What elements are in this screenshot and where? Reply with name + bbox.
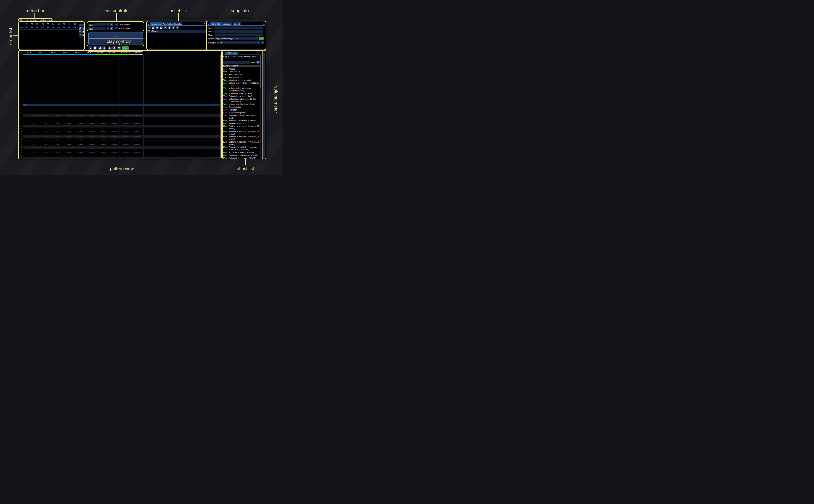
order-column-header[interactable]: F1	[24, 23, 29, 26]
effect-row[interactable]: 00xyArpeggio	[223, 68, 260, 70]
pattern-cell[interactable]: ···········	[84, 155, 95, 156]
pattern-cell[interactable]: ···········	[47, 118, 59, 119]
pattern-cell[interactable]: ···········	[84, 107, 95, 109]
effect-row[interactable]: 1AxxSet attack of operator 1 (0 to 1F)	[223, 157, 260, 159]
effect-row[interactable]: 17xxToggle PCM mode (LEGACY)	[223, 151, 260, 154]
menu-item-settings[interactable]: settings	[30, 19, 37, 22]
pattern-cell[interactable]: ···········	[96, 120, 107, 122]
pattern-cell[interactable]: ···········	[84, 125, 95, 127]
double-chevron-down-button[interactable]	[82, 30, 85, 33]
pattern-cell[interactable]: ···········	[71, 104, 83, 106]
pattern-cell[interactable]: ···········	[71, 147, 83, 148]
order-column-header[interactable]: NO	[72, 23, 77, 26]
pattern-cell[interactable]: ···········	[120, 110, 131, 111]
pattern-cell[interactable]: ···········	[60, 147, 71, 148]
pattern-cell[interactable]: ···········	[108, 144, 119, 145]
pattern-row[interactable]: 5·······································…	[19, 117, 220, 120]
pattern-cell[interactable]: ···········	[35, 149, 47, 151]
pattern-cell[interactable]: ···········	[35, 118, 47, 119]
pattern-row[interactable]: 8·······································…	[19, 125, 220, 127]
order-cell[interactable]: 00	[50, 26, 56, 29]
minus-button[interactable]: −	[82, 24, 85, 27]
pattern-cell[interactable]: ···········	[108, 118, 119, 119]
pattern-cell[interactable]: ···········	[35, 139, 47, 140]
pattern-cell[interactable]: ···········	[108, 131, 119, 132]
effect-scrollbar-thumb[interactable]	[260, 55, 261, 88]
tab-subsongs[interactable]: Subsongs	[222, 22, 232, 25]
pattern-cell[interactable]: ···········	[35, 133, 47, 135]
pattern-cell[interactable]: ···········	[96, 152, 107, 153]
order-column-header[interactable]: F4	[40, 23, 45, 26]
pattern-cell[interactable]: ···········	[35, 128, 47, 130]
pattern-cell[interactable]: ···········	[96, 144, 107, 145]
pattern-row[interactable]: 13······································…	[19, 138, 220, 141]
pattern-cell[interactable]: ···········	[132, 128, 143, 130]
pattern-cell[interactable]: ···········	[60, 155, 71, 156]
pattern-row[interactable]: 3·······································…	[19, 112, 220, 114]
effect-row[interactable]: 0CxxRetrigger	[223, 109, 260, 111]
pattern-cell[interactable]: ···········	[84, 139, 95, 140]
pattern-row[interactable]: 15······································…	[19, 143, 220, 146]
pattern-cell[interactable]: ···········	[23, 144, 35, 145]
order-cell[interactable]: 00	[61, 26, 67, 29]
pattern-cell[interactable]: ···········	[120, 144, 131, 145]
pattern-cell[interactable]: ···········	[132, 125, 143, 127]
pattern-cell[interactable]: ···········	[84, 136, 95, 137]
pattern-cell[interactable]: ···········	[120, 131, 131, 132]
effect-row[interactable]: 12xxSet level of operator 1 (0 highest, …	[223, 125, 260, 130]
pattern-cell[interactable]: ···········	[71, 157, 83, 159]
pattern-row[interactable]: 10······································…	[19, 130, 220, 133]
save-button[interactable]	[160, 26, 163, 29]
pattern-cell[interactable]: ···········	[96, 128, 107, 130]
record-button[interactable]	[108, 46, 111, 50]
pattern-cell[interactable]: ···········	[120, 120, 131, 122]
pattern-cell[interactable]: ···········	[71, 131, 83, 132]
pattern-cell[interactable]: ···········	[108, 136, 119, 137]
pattern-cell[interactable]: ···········	[60, 123, 71, 124]
pattern-cell[interactable]: ···········	[35, 115, 47, 116]
pattern-row[interactable]: 12······································…	[19, 135, 220, 138]
pattern-row[interactable]: 17······································…	[19, 149, 220, 151]
channel-header-square-1[interactable]: Square 1	[95, 52, 107, 54]
pattern-cell[interactable]: ···········	[47, 125, 59, 127]
follow-orders-checkbox[interactable]: ✓	[115, 23, 118, 26]
pattern-cell[interactable]: ···········	[132, 104, 143, 106]
pattern-cell[interactable]: ···········	[120, 128, 131, 130]
pattern-cell[interactable]: ···········	[71, 123, 83, 124]
pattern-cell[interactable]: ···········	[132, 136, 143, 137]
pattern-scrollbar[interactable]	[220, 55, 221, 158]
menu-item-window[interactable]: window	[40, 19, 46, 22]
channel-header-fm-3[interactable]: FM 3	[47, 52, 59, 54]
pattern-cell[interactable]: ···········	[23, 152, 35, 153]
pattern-row[interactable]: 2·······································…	[19, 109, 220, 112]
pattern-cell[interactable]: ···········	[71, 155, 83, 156]
tab-effect-list[interactable]: Effect List	[225, 52, 238, 55]
order-column-header[interactable]: S1	[56, 23, 61, 26]
pattern-row[interactable]: 6·······································…	[19, 120, 220, 122]
pattern-cell[interactable]: ···········	[120, 152, 131, 153]
pattern-cell[interactable]: ···········	[23, 136, 35, 137]
tab-song-info[interactable]: Song Info	[210, 22, 221, 25]
close-icon[interactable]: X	[204, 22, 205, 25]
pattern-cell[interactable]: ···········	[84, 118, 95, 119]
pattern-cell[interactable]: ···········	[60, 144, 71, 145]
asset-selected-row[interactable]: - None -	[147, 30, 206, 33]
pattern-cell[interactable]: ···········	[60, 136, 71, 137]
pattern-cell[interactable]: ···········	[108, 147, 119, 148]
effect-row[interactable]: 07xyTremolo (x: speed; y: depth)	[223, 92, 260, 95]
pattern-rows[interactable]: 0·······································…	[19, 104, 220, 159]
tuning-plus-button[interactable]: +	[261, 41, 263, 44]
pattern-cell[interactable]: ···········	[60, 152, 71, 153]
pattern-cell[interactable]: ···········	[96, 141, 107, 143]
pattern-cell[interactable]: ···········	[132, 155, 143, 156]
pattern-cell[interactable]: ···········	[108, 152, 119, 153]
pattern-cell[interactable]: ···········	[120, 115, 131, 116]
pattern-cell[interactable]: ···········	[108, 123, 119, 124]
pattern-cell[interactable]: ···········	[35, 110, 47, 111]
pattern-cell[interactable]: ···········	[120, 147, 131, 148]
pattern-cell[interactable]: ···········	[96, 118, 107, 119]
open-folder-button[interactable]	[156, 26, 159, 29]
pattern-cell[interactable]: ···········	[35, 157, 47, 159]
pattern-cell[interactable]: ···········	[71, 144, 83, 145]
pattern-cell[interactable]: ···········	[132, 112, 143, 114]
